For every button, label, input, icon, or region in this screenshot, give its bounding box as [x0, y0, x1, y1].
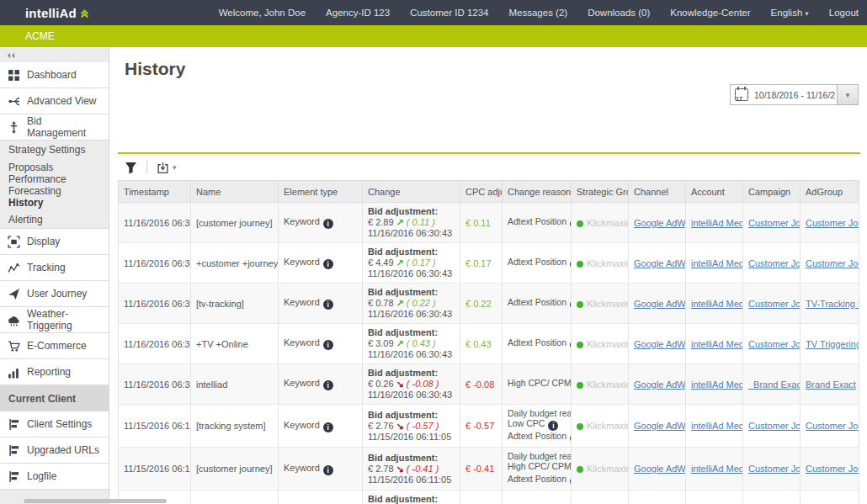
- export-button[interactable]: ▾: [153, 162, 180, 174]
- filter-button[interactable]: [121, 162, 141, 174]
- account-link[interactable]: intelliAd Media: [691, 464, 743, 474]
- topbar-item-knowledge-center[interactable]: Knowledge-Center: [670, 8, 750, 18]
- sidebar-item-user-journey[interactable]: User Journey: [0, 281, 109, 307]
- sidebar-item-logfile[interactable]: Logfile: [0, 464, 109, 490]
- channel-link[interactable]: Google AdWor...: [634, 299, 686, 309]
- change-label: Bid adjustment:: [368, 410, 455, 421]
- column-header-change[interactable]: Change: [363, 181, 460, 203]
- sidebar-item-performance-forecasting[interactable]: Performance Forecasting: [0, 176, 109, 194]
- date-range-dropdown-button[interactable]: ▾: [837, 85, 858, 104]
- campaign-link[interactable]: Customer Jour...: [748, 421, 801, 431]
- column-header-account[interactable]: Account: [686, 181, 743, 203]
- topbar-item-downloads-0[interactable]: Downloads (0): [588, 8, 650, 18]
- adgroup-link[interactable]: TV Triggering ...: [806, 339, 859, 349]
- cell-adgroup: Brand Exact: [801, 364, 859, 405]
- cell-timestamp: 11/16/2016 06:30:43: [119, 364, 191, 405]
- sidebar-collapse-button[interactable]: [0, 47, 109, 62]
- adgroup-link[interactable]: Customer Jour...: [806, 258, 859, 268]
- account-link[interactable]: intelliAd Media: [691, 258, 743, 268]
- sidebar-item-strategy-settings[interactable]: Strategy Settings: [0, 141, 109, 158]
- channel-link[interactable]: Google AdWor...: [634, 421, 686, 431]
- sidebar-item-upgraded-urls[interactable]: Upgraded URLs: [0, 438, 109, 464]
- sidebar-item-advanced-view[interactable]: Advanced View: [0, 88, 109, 114]
- dashboard-icon: [8, 69, 20, 82]
- column-header-element-type[interactable]: Element type: [279, 181, 363, 203]
- sidebar-item-tracking[interactable]: Tracking: [0, 255, 109, 281]
- column-header-strategic-group[interactable]: Strategic Group: [572, 181, 629, 203]
- column-header-change-reasons[interactable]: Change reasons: [503, 181, 572, 203]
- info-icon[interactable]: i: [323, 340, 333, 350]
- account-link[interactable]: intelliAd Media: [691, 421, 743, 431]
- change-reason: Daily budget reached: [508, 451, 566, 461]
- account-link[interactable]: intelliAd Media: [691, 379, 743, 390]
- change-delta: ( 0.11 ): [407, 217, 435, 227]
- channel-link[interactable]: Google AdWor...: [634, 258, 686, 268]
- channel-link[interactable]: Google AdWor...: [634, 218, 686, 228]
- info-icon[interactable]: i: [323, 422, 333, 432]
- trend-up-icon: ↗: [396, 298, 404, 308]
- account-link[interactable]: intelliAd Media: [691, 339, 743, 349]
- horizontal-scrollbar[interactable]: [24, 499, 167, 503]
- adgroup-link[interactable]: TV-Tracking E...: [806, 299, 859, 309]
- info-icon[interactable]: i: [323, 259, 333, 269]
- sidebar-item-dashboard[interactable]: Dashboard: [0, 62, 109, 88]
- sidebar-item-reporting[interactable]: Reporting: [0, 359, 109, 385]
- info-icon[interactable]: i: [323, 300, 333, 310]
- channel-link[interactable]: Google AdWor...: [634, 464, 686, 474]
- topbar-item-welcome-john-doe: Welcome, John Doe: [219, 8, 306, 18]
- cell-change-reasons: Adtext Positioni: [503, 324, 572, 364]
- campaign-link[interactable]: _Brand Exact: [748, 379, 801, 390]
- topbar-item-logout[interactable]: Logout: [829, 8, 859, 18]
- campaign-link[interactable]: Customer Jour...: [748, 464, 801, 474]
- toolbar-divider: [146, 161, 147, 174]
- cell-change: Bid adjustment:€ 0.26↘( -0.08 )11/16/201…: [363, 364, 460, 405]
- filter-icon: [125, 162, 137, 174]
- campaign-link[interactable]: Customer Jour...: [748, 339, 801, 349]
- cell-account: intelliAd Media: [686, 284, 743, 324]
- sidebar-item-bid-management[interactable]: Bid Management: [0, 114, 109, 141]
- column-header-name[interactable]: Name: [191, 181, 279, 203]
- adgroup-link[interactable]: Brand Exact: [806, 379, 856, 390]
- column-header-adgroup[interactable]: AdGroup: [801, 181, 859, 203]
- info-icon[interactable]: i: [323, 465, 333, 475]
- column-header-campaign[interactable]: Campaign: [743, 181, 801, 203]
- cell-name: +customer +journey: [191, 243, 279, 284]
- change-reason-label: Low CPC: [508, 418, 545, 428]
- sidebar-item-client-settings[interactable]: Client Settings: [0, 411, 109, 438]
- table-header-row: TimestampNameElement typeChangeCPC adjus…: [119, 181, 859, 203]
- info-icon[interactable]: i: [323, 219, 333, 229]
- campaign-link[interactable]: Customer Jour...: [748, 218, 801, 228]
- adgroup-link[interactable]: Customer Jour...: [806, 218, 859, 228]
- change-label: Bid adjustment:: [368, 287, 455, 298]
- sidebar-item-alerting[interactable]: Alerting: [0, 211, 109, 229]
- sidebar-item-weather-triggering[interactable]: Weather-Triggering: [0, 307, 109, 333]
- account-link[interactable]: intelliAd Media: [691, 218, 743, 228]
- sidebar-menu: DashboardAdvanced ViewBid ManagementStra…: [0, 62, 109, 490]
- cell-adgroup: Customer Jour...: [801, 491, 859, 504]
- status-dot-icon: [577, 382, 583, 389]
- account-link[interactable]: intelliAd Media: [691, 299, 743, 309]
- cell-name: [tv-tracking]: [191, 284, 279, 324]
- info-icon[interactable]: i: [548, 421, 558, 431]
- channel-link[interactable]: Google AdWor...: [634, 339, 686, 349]
- adgroup-link[interactable]: Customer Jour...: [806, 421, 859, 431]
- element-type-label: Keyword: [284, 420, 320, 430]
- channel-link[interactable]: Google AdWor...: [634, 379, 686, 390]
- sidebar-item-display[interactable]: Display: [0, 229, 109, 255]
- app-logo[interactable]: intelliAd: [25, 6, 90, 20]
- change-timestamp: 11/15/2016 06:11:05: [368, 475, 455, 485]
- column-header-channel[interactable]: Channel: [629, 181, 686, 203]
- date-range-input[interactable]: [753, 85, 837, 104]
- cell-change-reasons: Daily budget reachedHigh CPC/ CPMiAdtext…: [503, 448, 572, 491]
- adgroup-link[interactable]: Customer Jour...: [806, 464, 859, 474]
- info-icon[interactable]: i: [323, 380, 333, 390]
- campaign-link[interactable]: Customer Jour...: [748, 258, 801, 268]
- calendar-icon[interactable]: 17: [731, 85, 753, 104]
- topbar-item-messages-2[interactable]: Messages (2): [508, 8, 567, 18]
- column-header-cpc-adjustm[interactable]: CPC adjustm: [460, 181, 503, 203]
- campaign-link[interactable]: Customer Jour...: [748, 299, 801, 309]
- sidebar-item-e-commerce[interactable]: E-Commerce: [0, 333, 109, 359]
- topbar-item-english[interactable]: English▾: [771, 8, 809, 18]
- column-header-timestamp[interactable]: Timestamp: [119, 181, 191, 203]
- cell-element-type: Keywordi: [279, 448, 363, 491]
